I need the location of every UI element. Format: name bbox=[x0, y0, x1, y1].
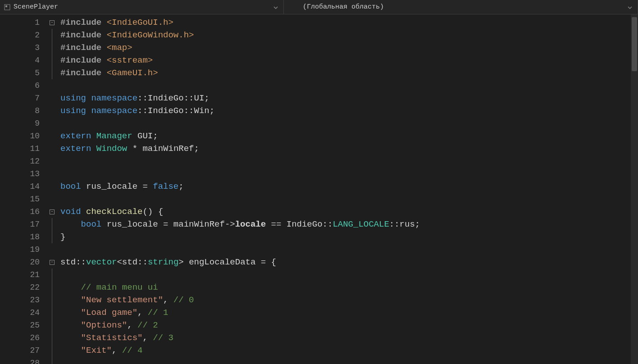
code-line[interactable] bbox=[60, 168, 638, 180]
code-line[interactable]: // main menu ui bbox=[60, 281, 638, 294]
fold-cell bbox=[50, 168, 60, 180]
code-line[interactable]: using namespace::IndieGo::UI; bbox=[60, 92, 638, 105]
token-inc: <map> bbox=[107, 43, 132, 53]
token-op: :: bbox=[137, 257, 148, 267]
code-line[interactable]: "Exit", // 4 bbox=[60, 344, 638, 357]
code-line[interactable] bbox=[60, 79, 638, 92]
line-number: 20 bbox=[0, 256, 50, 268]
token-id: rus_locale bbox=[107, 219, 163, 229]
code-line[interactable]: bool rus_locale = false; bbox=[60, 180, 638, 193]
token-op: = bbox=[163, 219, 173, 229]
fold-toggle-icon[interactable]: - bbox=[50, 209, 55, 214]
line-number: 16 bbox=[0, 205, 50, 218]
token-str: "Exit" bbox=[81, 346, 112, 355]
code-line[interactable]: } bbox=[60, 231, 638, 243]
token-punct: , bbox=[163, 295, 173, 305]
fold-cell bbox=[50, 294, 60, 306]
code-line[interactable] bbox=[60, 155, 638, 168]
token-type: Window bbox=[96, 144, 127, 154]
fold-cell bbox=[50, 142, 60, 155]
token-kw: false bbox=[153, 182, 178, 191]
fold-guide bbox=[52, 319, 52, 332]
code-line[interactable]: #include <map> bbox=[60, 41, 638, 54]
token-id bbox=[127, 144, 132, 154]
code-line[interactable]: bool rus_locale = mainWinRef->locale == … bbox=[60, 218, 638, 231]
code-line[interactable]: #include <IndieGoWindow.h> bbox=[60, 29, 638, 41]
token-op: = bbox=[142, 182, 153, 191]
line-number: 10 bbox=[0, 130, 50, 142]
token-cmt: // 1 bbox=[148, 308, 169, 318]
context-icon bbox=[4, 4, 11, 11]
token-punct: ; bbox=[153, 131, 158, 141]
line-number: 1 bbox=[0, 16, 50, 29]
token-str: "New settlement" bbox=[81, 295, 163, 305]
line-number: 28 bbox=[0, 357, 50, 364]
code-line[interactable]: #include <GameUI.h> bbox=[60, 67, 638, 79]
scrollbar-thumb[interactable] bbox=[632, 17, 637, 71]
chevron-down-icon bbox=[273, 5, 279, 10]
scope-dropdown[interactable]: (Глобальная область) bbox=[284, 0, 638, 14]
token-cmt: // 4 bbox=[122, 346, 143, 355]
code-line[interactable]: std::vector<std::string> engLocaleData =… bbox=[60, 256, 638, 268]
token-punct: , bbox=[137, 308, 148, 318]
token-kw: void bbox=[60, 207, 86, 217]
token-id: rus bbox=[400, 219, 415, 229]
token-id: std bbox=[60, 257, 76, 267]
token-id: IndieGo bbox=[148, 106, 184, 116]
token-op: == bbox=[271, 219, 282, 229]
token-pp: #include bbox=[60, 30, 107, 40]
line-number: 8 bbox=[0, 105, 50, 117]
fold-guide bbox=[52, 218, 52, 231]
code-line[interactable]: "Statistics", // 3 bbox=[60, 332, 638, 344]
token-punct: { bbox=[271, 257, 276, 267]
code-line[interactable]: #include <IndieGoUI.h> bbox=[60, 16, 638, 29]
token-kw: namespace bbox=[91, 93, 137, 103]
fold-toggle-icon[interactable]: - bbox=[50, 20, 55, 25]
token-id bbox=[60, 282, 81, 292]
code-line[interactable] bbox=[60, 193, 638, 205]
token-kw: using bbox=[60, 93, 91, 103]
vertical-scrollbar[interactable] bbox=[631, 14, 638, 364]
token-id bbox=[266, 219, 271, 229]
fold-cell[interactable]: - bbox=[50, 16, 60, 29]
token-inc: <IndieGoWindow.h> bbox=[107, 30, 194, 40]
code-line[interactable]: extern Manager GUI; bbox=[60, 130, 638, 142]
fold-cell[interactable]: - bbox=[50, 205, 60, 218]
code-content[interactable]: #include <IndieGoUI.h>#include <IndieGoW… bbox=[60, 14, 638, 364]
code-line[interactable] bbox=[60, 357, 638, 364]
line-number: 22 bbox=[0, 281, 50, 294]
fold-cell bbox=[50, 105, 60, 117]
context-dropdown[interactable]: ScenePlayer bbox=[0, 0, 284, 14]
code-line[interactable]: void checkLocale() { bbox=[60, 205, 638, 218]
token-id: rus_locale bbox=[86, 182, 142, 191]
code-line[interactable]: "Load game", // 1 bbox=[60, 306, 638, 319]
fold-guide bbox=[52, 357, 52, 364]
token-str: "Options" bbox=[81, 320, 128, 330]
token-type: string bbox=[148, 257, 178, 267]
token-id: engLocaleData bbox=[189, 257, 261, 267]
token-punct: < bbox=[117, 257, 122, 267]
token-punct: () { bbox=[142, 207, 163, 217]
fold-cell bbox=[50, 243, 60, 256]
code-line[interactable]: "Options", // 2 bbox=[60, 319, 638, 332]
fold-guide bbox=[52, 306, 52, 319]
code-line[interactable] bbox=[60, 117, 638, 130]
line-number: 18 bbox=[0, 231, 50, 243]
code-editor[interactable]: 1234567891011121314151617181920212223242… bbox=[0, 14, 638, 364]
code-line[interactable]: #include <sstream> bbox=[60, 54, 638, 67]
code-line[interactable]: using namespace::IndieGo::Win; bbox=[60, 105, 638, 117]
fold-toggle-icon[interactable]: - bbox=[50, 260, 55, 265]
fold-cell[interactable]: - bbox=[50, 256, 60, 268]
fold-cell bbox=[50, 193, 60, 205]
fold-column[interactable]: --- bbox=[50, 14, 60, 364]
code-line[interactable] bbox=[60, 243, 638, 256]
token-punct: ; bbox=[210, 106, 214, 116]
token-id: Win bbox=[194, 106, 210, 116]
code-line[interactable]: "New settlement", // 0 bbox=[60, 294, 638, 306]
token-id: IndieGo bbox=[281, 219, 322, 229]
code-line[interactable] bbox=[60, 268, 638, 281]
token-inc: <sstream> bbox=[107, 55, 153, 65]
token-cmt: // 2 bbox=[137, 320, 158, 330]
code-line[interactable]: extern Window * mainWinRef; bbox=[60, 142, 638, 155]
fold-guide bbox=[52, 294, 52, 306]
